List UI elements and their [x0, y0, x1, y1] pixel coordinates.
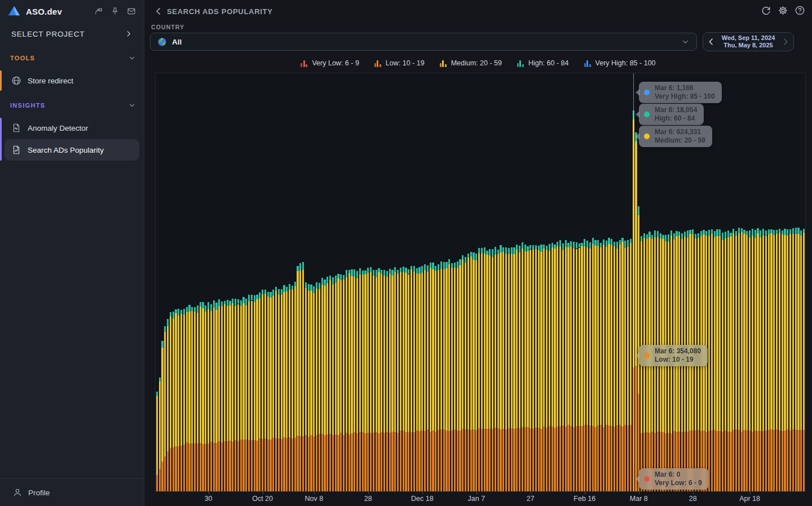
bar-day[interactable] [248, 73, 250, 491]
bar-day[interactable] [597, 73, 599, 491]
sidebar-item-search-ads-popularity[interactable]: Search ADs Popularity [5, 139, 139, 161]
bar-day[interactable] [316, 73, 317, 491]
bar-day[interactable] [481, 73, 483, 491]
bar-day[interactable] [445, 73, 447, 491]
bar-day[interactable] [789, 73, 791, 491]
bar-day[interactable] [776, 73, 778, 491]
bar-day[interactable] [787, 73, 788, 491]
bar-day[interactable] [205, 73, 206, 491]
legend-item-low[interactable]: Low: 10 - 19 [374, 59, 425, 67]
bar-day[interactable] [540, 73, 542, 491]
bar-day[interactable] [224, 73, 226, 491]
bar-day[interactable] [570, 73, 572, 491]
bar-day[interactable] [478, 73, 480, 491]
bar-day[interactable] [297, 73, 298, 491]
bar-day[interactable] [800, 73, 802, 491]
bar-day[interactable] [215, 73, 217, 491]
bar-day[interactable] [424, 73, 426, 491]
legend-item-medium[interactable]: Medium: 20 - 59 [440, 59, 502, 67]
bar-day[interactable] [727, 73, 729, 491]
bar-day[interactable] [492, 73, 493, 491]
bar-day[interactable] [376, 73, 377, 491]
bar-day[interactable] [373, 73, 374, 491]
bar-day[interactable] [486, 73, 488, 491]
bar-day[interactable] [170, 73, 171, 491]
bar-day[interactable] [421, 73, 423, 491]
bar-day[interactable] [210, 73, 212, 491]
bar-day[interactable] [245, 73, 247, 491]
bar-day[interactable] [467, 73, 469, 491]
bar-day[interactable] [403, 73, 404, 491]
bar-day[interactable] [576, 73, 577, 491]
bar-day[interactable] [194, 73, 196, 491]
bar-day[interactable] [159, 73, 161, 491]
bar-day[interactable] [749, 73, 751, 491]
bar-day[interactable] [746, 73, 748, 491]
bar-day[interactable] [621, 73, 623, 491]
bar-day[interactable] [161, 73, 163, 491]
bar-day[interactable] [760, 73, 761, 491]
bar-day[interactable] [383, 73, 385, 491]
bar-day[interactable] [557, 73, 558, 491]
help-icon[interactable] [795, 5, 805, 16]
bar-day[interactable] [562, 73, 564, 491]
bar-day[interactable] [413, 73, 415, 491]
bar-day[interactable] [259, 73, 261, 491]
bar-day[interactable] [400, 73, 401, 491]
bar-day[interactable] [310, 73, 312, 491]
bar-day[interactable] [782, 73, 783, 491]
bar-day[interactable] [522, 73, 523, 491]
bar-day[interactable] [495, 73, 496, 491]
bar-day[interactable] [272, 73, 274, 491]
bar-day[interactable] [354, 73, 355, 491]
bar-day[interactable] [254, 73, 255, 491]
bar-day[interactable] [167, 73, 169, 491]
bar-day[interactable] [757, 73, 758, 491]
bar-day[interactable] [594, 73, 596, 491]
bar-day[interactable] [321, 73, 323, 491]
bar-day[interactable] [443, 73, 445, 491]
bar-day[interactable] [484, 73, 486, 491]
bar-day[interactable] [180, 73, 182, 491]
bar-day[interactable] [256, 73, 258, 491]
bar-day[interactable] [175, 73, 176, 491]
bar-day[interactable] [465, 73, 466, 491]
bar-day[interactable] [754, 73, 756, 491]
select-project-button[interactable]: SELECT PROJECT [5, 26, 139, 42]
bar-day[interactable] [348, 73, 350, 491]
bar-day[interactable] [386, 73, 388, 491]
bar-day[interactable] [332, 73, 334, 491]
bar-day[interactable] [229, 73, 231, 491]
bar-day[interactable] [408, 73, 409, 491]
bar-day[interactable] [378, 73, 379, 491]
bar-day[interactable] [264, 73, 266, 491]
bar-day[interactable] [741, 73, 743, 491]
bar-day[interactable] [592, 73, 594, 491]
bar-day[interactable] [262, 73, 263, 491]
bar-day[interactable] [795, 73, 797, 491]
bar-day[interactable] [451, 73, 453, 491]
bar-day[interactable] [191, 73, 193, 491]
bar-day[interactable] [411, 73, 412, 491]
bar-day[interactable] [218, 73, 220, 491]
bar-day[interactable] [346, 73, 347, 491]
bar-day[interactable] [302, 73, 304, 491]
bar-day[interactable] [589, 73, 591, 491]
bar-day[interactable] [267, 73, 269, 491]
bar-day[interactable] [524, 73, 526, 491]
bar-day[interactable] [164, 73, 166, 491]
bar-day[interactable] [178, 73, 179, 491]
bar-day[interactable] [497, 73, 499, 491]
next-range-icon[interactable] [781, 37, 790, 46]
bar-day[interactable] [738, 73, 740, 491]
bar-day[interactable] [803, 73, 805, 491]
bar-day[interactable] [489, 73, 491, 491]
bar-day[interactable] [213, 73, 215, 491]
bar-day[interactable] [722, 73, 723, 491]
bar-day[interactable] [281, 73, 283, 491]
mail-icon[interactable] [127, 7, 136, 16]
bar-day[interactable] [462, 73, 464, 491]
bar-day[interactable] [356, 73, 358, 491]
bar-day[interactable] [440, 73, 442, 491]
bar-day[interactable] [351, 73, 352, 491]
